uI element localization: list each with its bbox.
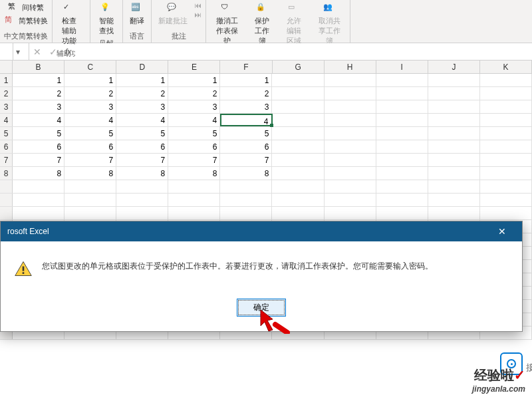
- cell[interactable]: [65, 180, 116, 193]
- cell[interactable]: 3: [220, 100, 272, 113]
- cell[interactable]: [480, 154, 532, 166]
- cell[interactable]: 8: [116, 167, 168, 180]
- cell[interactable]: [480, 100, 532, 113]
- column-header[interactable]: H: [325, 61, 376, 73]
- row-header[interactable]: 6: [0, 140, 13, 153]
- cell[interactable]: 4: [65, 114, 116, 126]
- cell[interactable]: [168, 180, 220, 193]
- cell[interactable]: 5: [168, 127, 220, 140]
- cell[interactable]: [220, 194, 272, 206]
- cell[interactable]: 5: [220, 127, 272, 140]
- cell[interactable]: 4: [13, 114, 65, 126]
- cell[interactable]: 1: [65, 74, 116, 86]
- cell[interactable]: [376, 194, 428, 206]
- cell[interactable]: [325, 207, 376, 219]
- cell[interactable]: [272, 154, 324, 166]
- cell[interactable]: [325, 194, 376, 206]
- cell[interactable]: 1: [13, 74, 65, 86]
- cell[interactable]: [272, 127, 324, 140]
- cell[interactable]: [480, 194, 532, 206]
- translate-btn[interactable]: 🔤翻译: [127, 1, 147, 27]
- cell[interactable]: [480, 167, 532, 180]
- cell[interactable]: [376, 180, 428, 193]
- column-header[interactable]: D: [116, 61, 168, 73]
- row-header[interactable]: 1: [0, 74, 13, 86]
- cell[interactable]: [480, 207, 532, 219]
- cell[interactable]: [325, 74, 376, 86]
- cell[interactable]: [272, 87, 324, 100]
- cell[interactable]: [376, 74, 428, 86]
- row-header[interactable]: 4: [0, 114, 13, 126]
- cell[interactable]: [376, 140, 428, 153]
- cell[interactable]: [273, 114, 325, 126]
- cell[interactable]: [428, 194, 480, 206]
- cell[interactable]: 1: [220, 74, 272, 86]
- cell[interactable]: [376, 87, 428, 100]
- cell[interactable]: 2: [220, 87, 272, 100]
- cell[interactable]: [325, 87, 376, 100]
- row-header[interactable]: 3: [0, 100, 13, 113]
- cell[interactable]: 3: [116, 100, 168, 113]
- formula-input[interactable]: [75, 43, 532, 60]
- cell[interactable]: [272, 194, 324, 206]
- name-box[interactable]: [0, 43, 13, 60]
- cell[interactable]: [428, 74, 480, 86]
- column-header[interactable]: G: [273, 61, 325, 73]
- cell[interactable]: 8: [65, 167, 116, 180]
- cell[interactable]: 7: [13, 154, 65, 166]
- cell[interactable]: 2: [65, 87, 116, 100]
- cell[interactable]: 1: [168, 74, 220, 86]
- cell[interactable]: [480, 127, 532, 140]
- cell[interactable]: 5: [65, 127, 116, 140]
- row-header[interactable]: [0, 180, 13, 193]
- cell[interactable]: [272, 100, 324, 113]
- cell[interactable]: [428, 87, 480, 100]
- cell[interactable]: [116, 194, 168, 206]
- cell[interactable]: 4: [220, 114, 272, 126]
- cell[interactable]: 2: [116, 87, 168, 100]
- cell[interactable]: 3: [13, 100, 65, 113]
- cell[interactable]: [480, 180, 532, 193]
- row-header[interactable]: 2: [0, 87, 13, 100]
- fx-label[interactable]: fx: [61, 47, 75, 57]
- cell[interactable]: [272, 140, 324, 153]
- cell[interactable]: [376, 154, 428, 166]
- dialog-close-button[interactable]: ✕: [489, 226, 515, 237]
- ok-button[interactable]: 确定: [237, 299, 286, 317]
- column-header[interactable]: E: [168, 61, 220, 73]
- column-header[interactable]: K: [480, 61, 532, 73]
- cell[interactable]: 6: [220, 140, 272, 153]
- cell[interactable]: [325, 167, 376, 180]
- cell[interactable]: 3: [168, 100, 220, 113]
- row-header[interactable]: 8: [0, 167, 13, 180]
- cell[interactable]: [480, 140, 532, 153]
- cell[interactable]: 2: [168, 87, 220, 100]
- cell[interactable]: [220, 207, 272, 219]
- smart-lookup-btn[interactable]: 💡智能查找: [94, 1, 118, 37]
- column-header[interactable]: C: [65, 61, 116, 73]
- cell[interactable]: [13, 207, 65, 219]
- cell[interactable]: [220, 180, 272, 193]
- cell[interactable]: [13, 180, 65, 193]
- cell[interactable]: [65, 194, 116, 206]
- row-header[interactable]: 5: [0, 127, 13, 140]
- cell[interactable]: [325, 140, 376, 153]
- cell[interactable]: 7: [168, 154, 220, 166]
- row-header[interactable]: [0, 194, 13, 206]
- cell[interactable]: [13, 194, 65, 206]
- row-header[interactable]: [0, 207, 13, 219]
- cell[interactable]: 8: [220, 167, 272, 180]
- cell[interactable]: [376, 167, 428, 180]
- cell[interactable]: [428, 154, 480, 166]
- cell[interactable]: [325, 100, 376, 113]
- cell[interactable]: 1: [116, 74, 168, 86]
- cell[interactable]: 4: [116, 114, 168, 126]
- cell[interactable]: [272, 74, 324, 86]
- cell[interactable]: [272, 180, 324, 193]
- cell[interactable]: [376, 100, 428, 113]
- select-all-corner[interactable]: [0, 61, 13, 73]
- cell[interactable]: 5: [13, 127, 65, 140]
- cell[interactable]: [376, 127, 428, 140]
- name-box-dropdown-icon[interactable]: ▾: [13, 47, 23, 57]
- cell[interactable]: 3: [65, 100, 116, 113]
